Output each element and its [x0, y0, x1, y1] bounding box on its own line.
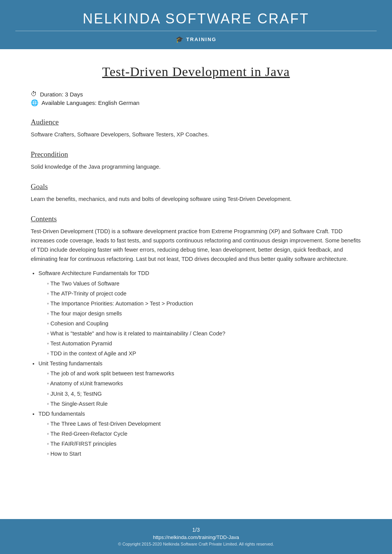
sublist-item: Anatomy of xUnit frameworks [47, 378, 361, 388]
training-icon: 🎓 [176, 36, 183, 43]
audience-text: Software Crafters, Software Developers, … [31, 130, 361, 139]
footer: 1/3 https://nelkinda.com/training/TDD-Ja… [0, 519, 392, 554]
precondition-text: Solid knowledge of the Java programming … [31, 163, 361, 172]
training-label: TRAINING [186, 36, 217, 42]
sublist: The Two Values of Software The ATP-Trini… [38, 279, 361, 359]
sublist: The Three Laws of Test-Driven Developmen… [38, 419, 361, 459]
sublist-item: The FAIR/FIRST principles [47, 439, 361, 449]
contents-intro: Test-Driven Development (TDD) is a softw… [31, 227, 361, 264]
languages-row: 🌐 Available Languages: English German [31, 99, 361, 106]
list-item-text: Unit Testing fundamentals [38, 360, 103, 367]
list-item: Software Architecture Fundamentals for T… [38, 268, 361, 358]
sublist-item: The Two Values of Software [47, 279, 361, 289]
sublist-item: The Three Laws of Test-Driven Developmen… [47, 419, 361, 429]
sublist-item: JUnit 3, 4, 5; TestNG [47, 389, 361, 399]
precondition-section: Precondition Solid knowledge of the Java… [31, 150, 361, 172]
goals-text: Learn the benefits, mechanics, and nuts … [31, 195, 361, 204]
header: NELKINDA SOFTWARE CRAFT 🎓 TRAINING [0, 0, 392, 49]
list-item: Unit Testing fundamentals The job of and… [38, 358, 361, 408]
languages-icon: 🌐 [31, 99, 38, 106]
goals-section: Goals Learn the benefits, mechanics, and… [31, 182, 361, 204]
goals-heading: Goals [31, 182, 361, 191]
main-content: Test-Driven Development in Java ⏱ Durati… [0, 49, 392, 485]
company-name: NELKINDA SOFTWARE CRAFT [15, 11, 377, 27]
sublist-item: Cohesion and Coupling [47, 318, 361, 328]
page-title: Test-Driven Development in Java [31, 65, 361, 79]
footer-url: https://nelkinda.com/training/TDD-Java [15, 534, 377, 540]
sublist-item: The ATP-Trinity of project code [47, 289, 361, 299]
list-item: TDD fundamentals The Three Laws of Test-… [38, 409, 361, 459]
meta-info: ⏱ Duration: 3 Days 🌐 Available Languages… [31, 91, 361, 106]
audience-section: Audience Software Crafters, Software Dev… [31, 118, 361, 139]
languages-label: Available Languages: English German [42, 100, 140, 106]
sublist-item: The Single-Assert Rule [47, 399, 361, 409]
duration-icon: ⏱ [31, 91, 37, 98]
sublist-item: The Red-Green-Refactor Cycle [47, 429, 361, 439]
contents-heading: Contents [31, 215, 361, 223]
sublist-item: The Importance Priorities: Automation > … [47, 299, 361, 309]
content-area: Test-Driven Development in Java ⏱ Durati… [0, 49, 392, 519]
duration-row: ⏱ Duration: 3 Days [31, 91, 361, 98]
duration-label: Duration: 3 Days [40, 91, 83, 98]
sublist-item: TDD in the context of Agile and XP [47, 348, 361, 358]
contents-list: Software Architecture Fundamentals for T… [31, 268, 361, 459]
sublist: The job of and work split between test f… [38, 368, 361, 408]
footer-page: 1/3 [15, 527, 377, 533]
audience-heading: Audience [31, 118, 361, 126]
sublist-item: The four major design smells [47, 309, 361, 318]
footer-copyright: © Copyright 2015-2020 Nelkinda Software … [15, 542, 377, 546]
contents-section: Contents Test-Driven Development (TDD) i… [31, 215, 361, 459]
sublist-item: Test Automation Pyramid [47, 338, 361, 348]
list-item-text: TDD fundamentals [38, 411, 85, 417]
precondition-heading: Precondition [31, 150, 361, 159]
header-subtitle: 🎓 TRAINING [15, 31, 377, 43]
sublist-item: What is "testable" and how is it related… [47, 328, 361, 338]
sublist-item: The job of and work split between test f… [47, 368, 361, 378]
sublist-item: How to Start [47, 449, 361, 459]
list-item-text: Software Architecture Fundamentals for T… [38, 270, 149, 276]
